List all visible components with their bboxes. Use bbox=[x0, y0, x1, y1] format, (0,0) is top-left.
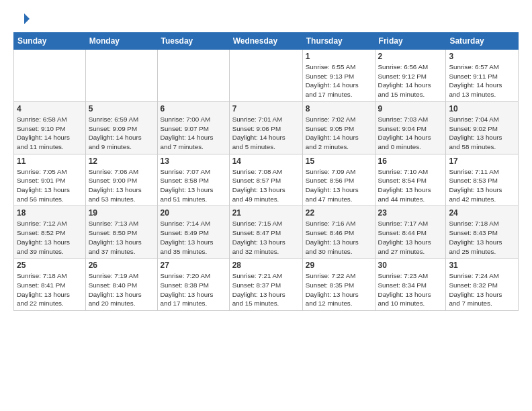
day-info: Sunrise: 7:17 AM Sunset: 8:44 PM Dayligh… bbox=[378, 219, 443, 256]
calendar-cell: 11Sunrise: 7:05 AM Sunset: 9:01 PM Dayli… bbox=[14, 154, 86, 206]
weekday-thursday: Thursday bbox=[302, 33, 375, 50]
day-info: Sunrise: 7:19 AM Sunset: 8:40 PM Dayligh… bbox=[89, 271, 154, 308]
day-info: Sunrise: 7:09 AM Sunset: 8:56 PM Dayligh… bbox=[306, 167, 372, 204]
day-info: Sunrise: 6:59 AM Sunset: 9:09 PM Dayligh… bbox=[89, 115, 154, 152]
day-info: Sunrise: 7:00 AM Sunset: 9:07 PM Dayligh… bbox=[161, 115, 226, 152]
calendar-cell: 9Sunrise: 7:03 AM Sunset: 9:04 PM Daylig… bbox=[375, 101, 446, 154]
day-number: 11 bbox=[17, 156, 83, 166]
calendar-cell: 27Sunrise: 7:20 AM Sunset: 8:38 PM Dayli… bbox=[157, 259, 229, 311]
calendar-cell: 15Sunrise: 7:09 AM Sunset: 8:56 PM Dayli… bbox=[302, 154, 375, 206]
week-row-1: 1Sunrise: 6:55 AM Sunset: 9:13 PM Daylig… bbox=[14, 50, 519, 102]
calendar-cell: 23Sunrise: 7:17 AM Sunset: 8:44 PM Dayli… bbox=[375, 206, 446, 259]
day-info: Sunrise: 7:23 AM Sunset: 8:34 PM Dayligh… bbox=[378, 271, 443, 308]
calendar-cell bbox=[229, 50, 302, 102]
day-info: Sunrise: 7:21 AM Sunset: 8:37 PM Dayligh… bbox=[232, 271, 300, 308]
calendar-cell: 7Sunrise: 7:01 AM Sunset: 9:06 PM Daylig… bbox=[229, 101, 302, 154]
calendar-cell: 26Sunrise: 7:19 AM Sunset: 8:40 PM Dayli… bbox=[85, 259, 157, 311]
day-info: Sunrise: 7:14 AM Sunset: 8:49 PM Dayligh… bbox=[161, 219, 226, 256]
day-number: 9 bbox=[378, 104, 443, 113]
weekday-monday: Monday bbox=[85, 33, 157, 50]
day-number: 19 bbox=[89, 208, 154, 218]
day-number: 28 bbox=[232, 261, 300, 270]
day-info: Sunrise: 7:07 AM Sunset: 8:58 PM Dayligh… bbox=[161, 167, 226, 204]
day-info: Sunrise: 6:56 AM Sunset: 9:12 PM Dayligh… bbox=[378, 62, 443, 99]
day-number: 5 bbox=[89, 104, 154, 113]
calendar-cell: 17Sunrise: 7:11 AM Sunset: 8:53 PM Dayli… bbox=[446, 154, 519, 206]
calendar-cell: 4Sunrise: 6:58 AM Sunset: 9:10 PM Daylig… bbox=[14, 101, 86, 154]
day-info: Sunrise: 7:12 AM Sunset: 8:52 PM Dayligh… bbox=[17, 219, 83, 256]
day-number: 12 bbox=[89, 156, 154, 166]
day-info: Sunrise: 6:55 AM Sunset: 9:13 PM Dayligh… bbox=[306, 62, 372, 99]
day-info: Sunrise: 6:58 AM Sunset: 9:10 PM Dayligh… bbox=[17, 115, 83, 152]
weekday-wednesday: Wednesday bbox=[229, 33, 302, 50]
day-info: Sunrise: 7:13 AM Sunset: 8:50 PM Dayligh… bbox=[89, 219, 154, 256]
day-info: Sunrise: 7:11 AM Sunset: 8:53 PM Dayligh… bbox=[449, 167, 515, 204]
day-number: 21 bbox=[232, 208, 300, 218]
day-info: Sunrise: 7:01 AM Sunset: 9:06 PM Dayligh… bbox=[232, 115, 300, 152]
week-row-5: 25Sunrise: 7:18 AM Sunset: 8:41 PM Dayli… bbox=[14, 259, 519, 311]
day-number: 18 bbox=[17, 208, 83, 218]
calendar-cell: 2Sunrise: 6:56 AM Sunset: 9:12 PM Daylig… bbox=[375, 50, 446, 102]
weekday-header-row: SundayMondayTuesdayWednesdayThursdayFrid… bbox=[14, 33, 519, 50]
day-number: 8 bbox=[306, 104, 372, 113]
day-info: Sunrise: 7:10 AM Sunset: 8:54 PM Dayligh… bbox=[378, 167, 443, 204]
calendar-cell: 24Sunrise: 7:18 AM Sunset: 8:43 PM Dayli… bbox=[446, 206, 519, 259]
day-info: Sunrise: 7:18 AM Sunset: 8:43 PM Dayligh… bbox=[449, 219, 515, 256]
day-number: 13 bbox=[161, 156, 226, 166]
weekday-saturday: Saturday bbox=[446, 33, 519, 50]
calendar-cell: 18Sunrise: 7:12 AM Sunset: 8:52 PM Dayli… bbox=[14, 206, 86, 259]
day-number: 16 bbox=[378, 156, 443, 166]
day-info: Sunrise: 7:05 AM Sunset: 9:01 PM Dayligh… bbox=[17, 167, 83, 204]
day-number: 20 bbox=[161, 208, 226, 218]
day-number: 30 bbox=[378, 261, 443, 270]
day-info: Sunrise: 7:18 AM Sunset: 8:41 PM Dayligh… bbox=[17, 271, 83, 308]
day-number: 14 bbox=[232, 156, 300, 166]
calendar-cell: 16Sunrise: 7:10 AM Sunset: 8:54 PM Dayli… bbox=[375, 154, 446, 206]
day-number: 7 bbox=[232, 104, 300, 113]
day-number: 29 bbox=[306, 261, 372, 270]
svg-marker-0 bbox=[24, 13, 30, 24]
day-info: Sunrise: 7:03 AM Sunset: 9:04 PM Dayligh… bbox=[378, 115, 443, 152]
day-info: Sunrise: 7:06 AM Sunset: 9:00 PM Dayligh… bbox=[89, 167, 154, 204]
calendar-cell: 20Sunrise: 7:14 AM Sunset: 8:49 PM Dayli… bbox=[157, 206, 229, 259]
day-number: 31 bbox=[449, 261, 515, 270]
day-number: 15 bbox=[306, 156, 372, 166]
calendar-cell bbox=[157, 50, 229, 102]
calendar-cell: 1Sunrise: 6:55 AM Sunset: 9:13 PM Daylig… bbox=[302, 50, 375, 102]
logo-icon bbox=[16, 12, 30, 26]
calendar-cell bbox=[14, 50, 86, 102]
day-number: 17 bbox=[449, 156, 515, 166]
calendar-cell: 30Sunrise: 7:23 AM Sunset: 8:34 PM Dayli… bbox=[375, 259, 446, 311]
day-number: 23 bbox=[378, 208, 443, 218]
calendar-cell: 19Sunrise: 7:13 AM Sunset: 8:50 PM Dayli… bbox=[85, 206, 157, 259]
calendar-cell: 21Sunrise: 7:15 AM Sunset: 8:47 PM Dayli… bbox=[229, 206, 302, 259]
day-number: 4 bbox=[17, 104, 83, 113]
day-number: 10 bbox=[449, 104, 515, 113]
day-number: 3 bbox=[449, 52, 515, 61]
calendar-cell: 5Sunrise: 6:59 AM Sunset: 9:09 PM Daylig… bbox=[85, 101, 157, 154]
day-info: Sunrise: 7:15 AM Sunset: 8:47 PM Dayligh… bbox=[232, 219, 300, 256]
day-number: 1 bbox=[306, 52, 372, 61]
day-number: 27 bbox=[161, 261, 226, 270]
calendar-cell: 12Sunrise: 7:06 AM Sunset: 9:00 PM Dayli… bbox=[85, 154, 157, 206]
day-info: Sunrise: 7:24 AM Sunset: 8:32 PM Dayligh… bbox=[449, 271, 515, 308]
week-row-3: 11Sunrise: 7:05 AM Sunset: 9:01 PM Dayli… bbox=[14, 154, 519, 206]
calendar-cell bbox=[85, 50, 157, 102]
calendar-table: SundayMondayTuesdayWednesdayThursdayFrid… bbox=[13, 32, 519, 311]
weekday-sunday: Sunday bbox=[14, 33, 86, 50]
header bbox=[13, 12, 519, 26]
day-number: 24 bbox=[449, 208, 515, 218]
calendar-cell: 25Sunrise: 7:18 AM Sunset: 8:41 PM Dayli… bbox=[14, 259, 86, 311]
weekday-tuesday: Tuesday bbox=[157, 33, 229, 50]
day-number: 22 bbox=[306, 208, 372, 218]
logo bbox=[13, 12, 31, 26]
week-row-2: 4Sunrise: 6:58 AM Sunset: 9:10 PM Daylig… bbox=[14, 101, 519, 154]
day-info: Sunrise: 7:04 AM Sunset: 9:02 PM Dayligh… bbox=[449, 115, 515, 152]
calendar-cell: 29Sunrise: 7:22 AM Sunset: 8:35 PM Dayli… bbox=[302, 259, 375, 311]
calendar-cell: 22Sunrise: 7:16 AM Sunset: 8:46 PM Dayli… bbox=[302, 206, 375, 259]
day-info: Sunrise: 7:16 AM Sunset: 8:46 PM Dayligh… bbox=[306, 219, 372, 256]
day-info: Sunrise: 7:02 AM Sunset: 9:05 PM Dayligh… bbox=[306, 115, 372, 152]
day-info: Sunrise: 7:22 AM Sunset: 8:35 PM Dayligh… bbox=[306, 271, 372, 308]
calendar-cell: 13Sunrise: 7:07 AM Sunset: 8:58 PM Dayli… bbox=[157, 154, 229, 206]
day-info: Sunrise: 7:20 AM Sunset: 8:38 PM Dayligh… bbox=[161, 271, 226, 308]
